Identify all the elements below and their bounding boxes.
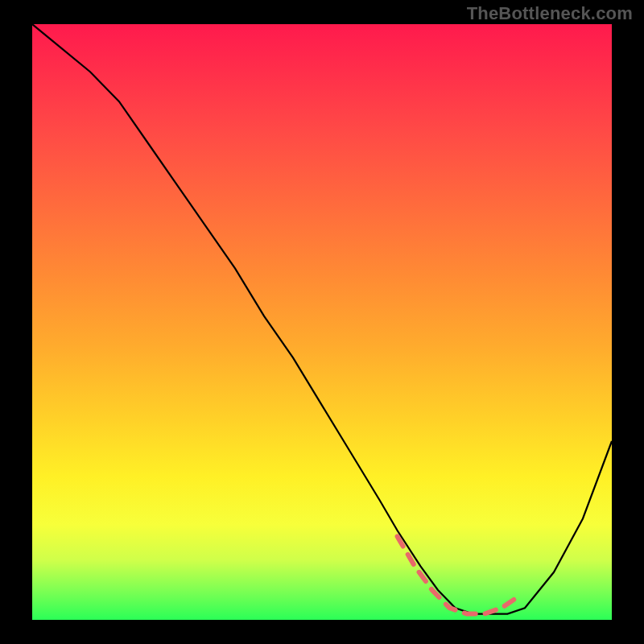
bottleneck-curve	[32, 24, 612, 614]
plot-area	[32, 24, 612, 620]
chart-frame: TheBottleneck.com	[0, 0, 644, 644]
curve-layer	[32, 24, 612, 620]
highlight-segment	[398, 536, 519, 613]
watermark-text: TheBottleneck.com	[467, 3, 633, 24]
